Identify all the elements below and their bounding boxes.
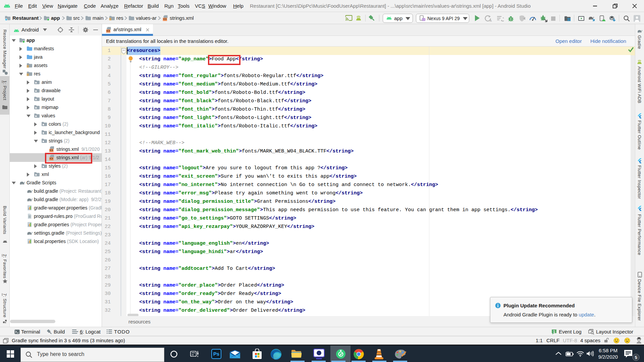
svg-text:5: 5 — [635, 355, 637, 360]
svg-text:A: A — [490, 19, 492, 22]
svg-text:<>: <> — [107, 29, 110, 33]
svg-text:<>: <> — [50, 149, 53, 152]
svg-text:<>: <> — [163, 18, 167, 21]
svg-text:1: 1 — [553, 330, 555, 334]
